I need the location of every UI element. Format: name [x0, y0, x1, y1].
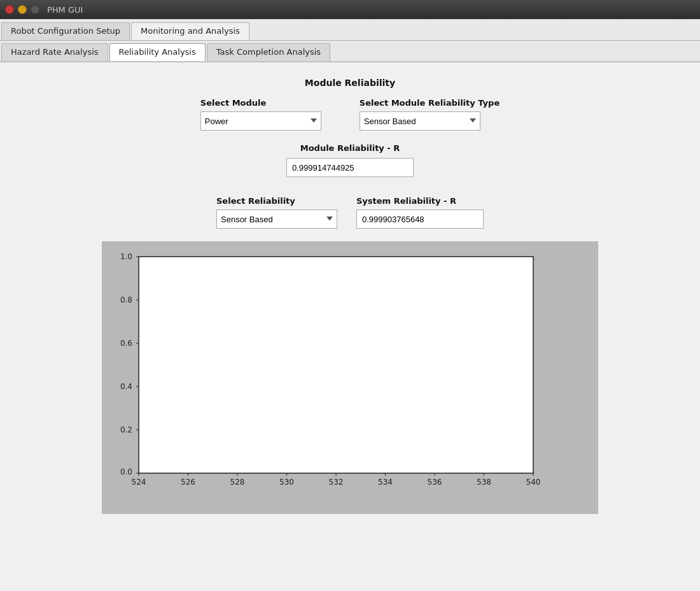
select-module-group: Select Module Power Arm Sensor Controlle… [200, 98, 321, 131]
y-label-04: 0.4 [120, 382, 132, 391]
select-type-label: Select Module Reliability Type [360, 98, 500, 108]
chart-container: 1.0 0.8 0.6 0.4 0.2 0.0 524 526 528 [102, 241, 598, 514]
select-reliability-label: Select Reliability [216, 196, 337, 206]
system-reliability-label: System Reliability - R [356, 196, 484, 206]
module-reliability-label: Module Reliability - R [0, 143, 700, 153]
tab-monitoring-analysis[interactable]: Monitoring and Analysis [131, 22, 249, 40]
close-button[interactable] [5, 5, 14, 14]
select-type-group: Select Module Reliability Type Sensor Ba… [360, 98, 500, 131]
y-label-08: 0.8 [120, 296, 132, 304]
select-reliability-dropdown[interactable]: Sensor Based Model Based Historical [216, 210, 337, 229]
window-title: PHM GUI [47, 5, 83, 15]
tab-reliability-analysis[interactable]: Reliability Analysis [109, 43, 206, 61]
module-reliability-input[interactable] [286, 158, 414, 177]
x-label-524: 524 [132, 478, 146, 487]
tab-robot-configuration[interactable]: Robot Configuration Setup [1, 22, 130, 40]
x-label-530: 530 [279, 478, 294, 487]
system-reliability-input[interactable] [356, 210, 484, 229]
module-reliability-section: Module Reliability - R [0, 143, 700, 177]
tab-task-completion[interactable]: Task Completion Analysis [207, 43, 330, 61]
select-type-dropdown[interactable]: Sensor Based Model Based Historical [360, 111, 480, 131]
y-label-02: 0.2 [120, 425, 132, 434]
module-type-row: Select Module Power Arm Sensor Controlle… [0, 98, 700, 131]
x-label-532: 532 [329, 478, 344, 487]
x-label-540: 540 [526, 478, 541, 487]
tab-hazard-rate[interactable]: Hazard Rate Analysis [1, 43, 108, 61]
x-label-536: 536 [428, 478, 442, 487]
top-tab-bar: Robot Configuration Setup Monitoring and… [0, 19, 700, 41]
select-module-dropdown[interactable]: Power Arm Sensor Controller [200, 111, 321, 131]
y-label-00: 0.0 [120, 467, 132, 476]
x-label-534: 534 [378, 478, 393, 487]
system-reliability-row: Select Reliability Sensor Based Model Ba… [0, 196, 700, 229]
svg-rect-1 [139, 257, 533, 473]
x-label-528: 528 [230, 478, 245, 487]
y-label-06: 0.6 [120, 339, 132, 348]
module-reliability-title: Module Reliability [0, 78, 700, 88]
sub-tab-bar: Hazard Rate Analysis Reliability Analysi… [0, 41, 700, 62]
titlebar: PHM GUI [0, 0, 700, 19]
select-module-label: Select Module [200, 98, 321, 108]
x-label-526: 526 [181, 478, 195, 487]
x-label-538: 538 [477, 478, 491, 487]
main-content: Module Reliability Select Module Power A… [0, 62, 700, 591]
y-label-10: 1.0 [120, 252, 132, 261]
maximize-button[interactable] [31, 5, 39, 14]
chart-svg: 1.0 0.8 0.6 0.4 0.2 0.0 524 526 528 [108, 249, 592, 504]
system-reliability-group: System Reliability - R [356, 196, 484, 229]
select-reliability-group: Select Reliability Sensor Based Model Ba… [216, 196, 337, 229]
minimize-button[interactable] [18, 5, 27, 14]
